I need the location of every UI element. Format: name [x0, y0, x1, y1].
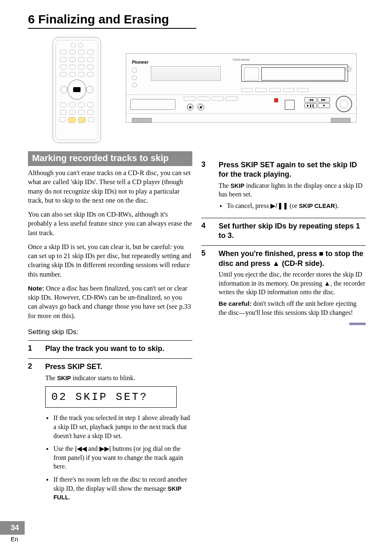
step-number: 2 — [28, 362, 36, 506]
step-5: 5 When you're finished, press ■ to stop … — [201, 245, 366, 319]
step-number: 3 — [201, 160, 210, 215]
chapter-text: Finalizing and Erasing — [38, 12, 169, 26]
skip-set-button-icon — [68, 117, 76, 123]
intro-para-3: Once a skip ID is set, you can clear it,… — [28, 242, 192, 279]
page-number: 34 — [0, 521, 25, 535]
step-title: Press SKIP SET. — [45, 362, 192, 372]
intro-para-1: Although you can't erase tracks on a CD-… — [28, 169, 192, 205]
step-text: The SKIP indicator lights in the display… — [219, 181, 366, 199]
chapter-number: 6 — [28, 12, 35, 26]
disc-tray-icon — [130, 99, 175, 110]
remote-illustration — [53, 37, 101, 143]
display-readout: 02 SKIP SET? — [45, 386, 177, 408]
skip-indicator-label: SKIP — [57, 375, 71, 381]
jog-dial-icon — [336, 96, 352, 112]
language-code: En — [11, 536, 25, 542]
step-3: 3 Press SKIP SET again to set the skip I… — [201, 157, 366, 215]
chapter-title: 6 Finalizing and Erasing — [28, 12, 196, 29]
unit-illustration: Pioneer PDR-W839 |◀◀▶▶| ▶ ❚❚■ — [126, 53, 357, 122]
step-title: Play the track you want to to skip. — [45, 344, 192, 353]
step-text: Until you eject the disc, the recorder s… — [219, 270, 366, 297]
step-title: When you're finished, press ■ to stop th… — [219, 249, 366, 268]
cd-logo-icon — [285, 100, 295, 110]
step-4: 4 Set further skip IDs by repeating step… — [201, 218, 366, 242]
power-button-icon — [346, 66, 351, 72]
step-text: The SKIP indicator starts to blink. — [45, 374, 192, 383]
stop-icon — [73, 87, 81, 92]
step-title: Set further skip IDs by repeating steps … — [219, 222, 366, 241]
intro-para-2: You can also set skip IDs on CD-RWs, alt… — [28, 210, 192, 238]
careful-label: Be careful: — [219, 300, 251, 307]
step-2: 2 Press SKIP SET. The SKIP indicator sta… — [28, 358, 192, 506]
skip-clear-button-icon — [78, 117, 85, 123]
step-number: 4 — [201, 222, 210, 242]
step-number: 1 — [28, 344, 36, 355]
careful-note: Be careful: don't switch off the unit be… — [219, 299, 366, 317]
figures-row: Pioneer PDR-W839 |◀◀▶▶| ▶ ❚❚■ — [53, 37, 374, 143]
note-label: Note: — [28, 285, 44, 292]
step-number: 5 — [201, 249, 210, 319]
step-1: 1 Play the track you want to to skip. — [28, 340, 192, 355]
bullet-item: If there's no room left on the disc to r… — [45, 475, 192, 502]
accent-bar — [349, 323, 366, 325]
subheading: Setting skip IDs: — [28, 328, 192, 336]
bullet-item: If the track you selected in step 1 abov… — [45, 413, 192, 440]
bullet-item: To cancel, press ▶/❚❚ (or SKIP CLEAR). — [219, 201, 366, 210]
model-label: PDR-W839 — [233, 58, 249, 62]
page-footer: 34 En — [0, 521, 25, 542]
brand-label: Pioneer — [132, 60, 148, 65]
record-indicator-icon — [274, 98, 278, 102]
step-title: Press SKIP SET again to set the skip ID … — [219, 160, 366, 180]
note-para: Note: Once a disc has been finalized, yo… — [28, 284, 192, 321]
bullet-item: Use the |◀◀ and ▶▶| buttons (or jog dial… — [45, 444, 192, 471]
section-heading: Marking recorded tracks to skip — [28, 151, 192, 166]
note-text: Once a disc has been finalized, you can'… — [28, 284, 191, 320]
skip-indicator-label: SKIP — [231, 182, 244, 189]
